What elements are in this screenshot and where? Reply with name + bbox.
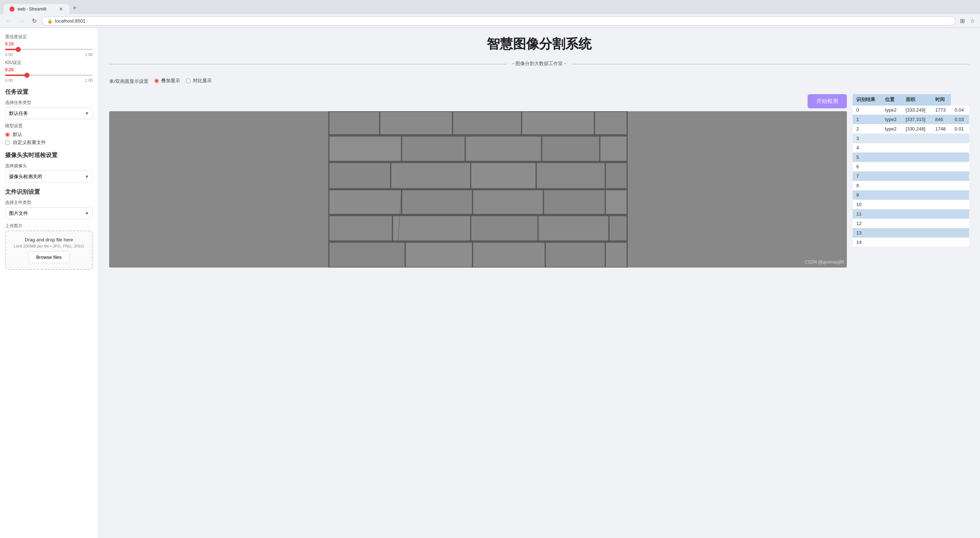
cell-result — [881, 209, 902, 219]
svg-rect-28 — [473, 242, 545, 268]
cell-id: 12 — [853, 219, 881, 228]
cell-area — [932, 209, 951, 219]
task-section-title: 任务设置 — [5, 88, 93, 96]
camera-select[interactable]: 摄像头检测关闭 — [5, 170, 93, 183]
cell-id: 11 — [853, 209, 881, 219]
reload-button[interactable]: ↻ — [30, 17, 39, 25]
cell-id: 5 — [853, 153, 881, 162]
cell-time — [951, 209, 969, 219]
svg-rect-3 — [453, 111, 522, 135]
cell-area — [932, 162, 951, 171]
iou-label: IOU设定 — [5, 60, 93, 66]
table-row: 13 — [853, 228, 969, 238]
cell-position — [902, 171, 932, 181]
cell-time: 0.01 — [951, 124, 969, 134]
cell-result: type2 — [881, 124, 902, 134]
svg-rect-7 — [402, 136, 465, 161]
cell-result: type2 — [881, 115, 902, 124]
file-type-select[interactable]: 图片文件 — [5, 207, 93, 219]
model-custom-radio[interactable]: 自定义权重文件 — [5, 139, 93, 146]
upload-label: 上传图片 — [5, 223, 93, 229]
cell-position — [902, 143, 932, 153]
model-default-input[interactable] — [5, 132, 10, 137]
extensions-button[interactable]: ⊞ — [959, 17, 966, 25]
forward-button[interactable]: → — [17, 17, 27, 25]
limit-text: Limit 200MB per file • JPG, PNG, JPEG — [12, 244, 86, 248]
cell-time — [951, 238, 969, 247]
table-row: 5 — [853, 153, 969, 162]
model-default-radio[interactable]: 默认 — [5, 131, 93, 138]
tab-close-button[interactable]: ✕ — [59, 6, 63, 12]
cell-time — [951, 181, 969, 190]
svg-rect-21 — [329, 216, 393, 241]
svg-rect-12 — [391, 162, 471, 189]
svg-rect-20 — [605, 190, 627, 214]
new-tab-button[interactable]: + — [69, 2, 80, 14]
confidence-label: 置信度设定 — [5, 34, 93, 40]
svg-rect-18 — [473, 190, 544, 214]
cell-time: 0.04 — [951, 105, 969, 115]
confidence-track[interactable] — [5, 49, 93, 50]
model-custom-input[interactable] — [5, 140, 10, 145]
cell-id: 3 — [853, 134, 881, 143]
iou-value: 0.25 — [5, 67, 93, 72]
svg-rect-15 — [605, 162, 627, 189]
iou-fill — [5, 75, 27, 76]
cell-position — [902, 228, 932, 238]
cell-id: 4 — [853, 143, 881, 153]
compare-radio-input[interactable] — [186, 79, 191, 83]
col-header-position: 位置 — [881, 94, 902, 105]
svg-rect-26 — [329, 242, 405, 268]
cell-result — [881, 153, 902, 162]
cell-id: 13 — [853, 228, 881, 238]
cell-time — [951, 219, 969, 228]
detect-button[interactable]: 开始检测 — [808, 94, 847, 108]
iou-track[interactable] — [5, 75, 93, 76]
cell-area — [932, 238, 951, 247]
file-type-select-wrapper[interactable]: 图片文件 ▼ — [5, 207, 93, 219]
cell-result — [881, 238, 902, 247]
subtitle-text: －图像分割大数据工作室－ — [506, 60, 572, 67]
camera-select-wrapper[interactable]: 摄像头检测关闭 ▼ — [5, 170, 93, 183]
cell-result — [881, 219, 902, 228]
bookmark-button[interactable]: ☆ — [968, 17, 976, 25]
iou-thumb[interactable] — [24, 73, 29, 78]
cell-time: 0.03 — [951, 115, 969, 124]
cell-result — [881, 171, 902, 181]
confidence-min: 0.00 — [5, 52, 13, 57]
svg-rect-14 — [536, 162, 605, 189]
cell-time — [951, 153, 969, 162]
address-text: localhost:8501 — [55, 18, 86, 24]
cell-time — [951, 162, 969, 171]
task-type-label: 选择任务类型 — [5, 100, 93, 106]
svg-rect-10 — [600, 136, 627, 161]
cell-result — [881, 143, 902, 153]
cell-result — [881, 134, 902, 143]
iou-min: 0.00 — [5, 78, 13, 83]
task-type-select-wrapper[interactable]: 默认任务 ▼ — [5, 107, 93, 119]
table-row: 0type2[333,249]17730.04 — [853, 105, 969, 115]
task-type-select[interactable]: 默认任务 — [5, 107, 93, 119]
upload-area[interactable]: Drag and drop file here Limit 200MB per … — [5, 230, 93, 270]
cell-time — [951, 228, 969, 238]
cell-area — [932, 181, 951, 190]
address-bar[interactable]: 🔒 localhost:8501 — [42, 16, 956, 25]
confidence-thumb[interactable] — [16, 47, 21, 52]
results-table-container: 识别结果 位置 面积 时间 0type2[333,249]17730.041ty… — [853, 94, 969, 247]
table-row: 11 — [853, 209, 969, 219]
back-button[interactable]: ← — [4, 17, 14, 25]
cell-position: [330,248] — [902, 124, 932, 134]
overlay-radio-input[interactable] — [154, 79, 159, 83]
cell-id: 7 — [853, 171, 881, 181]
model-default-label: 默认 — [13, 131, 22, 138]
cell-position — [902, 238, 932, 247]
active-tab[interactable]: web · Streamlit ✕ — [4, 4, 69, 14]
confidence-range: 0.00 1.00 — [5, 52, 93, 57]
cell-area — [932, 171, 951, 181]
svg-rect-23 — [471, 216, 538, 241]
compare-radio[interactable]: 对比显示 — [186, 78, 212, 84]
browse-files-button[interactable]: Browse files — [29, 251, 69, 263]
table-row: 1type2[337,315]8460.03 — [853, 115, 969, 124]
cell-position — [902, 134, 932, 143]
overlay-radio[interactable]: 叠加显示 — [154, 78, 180, 84]
